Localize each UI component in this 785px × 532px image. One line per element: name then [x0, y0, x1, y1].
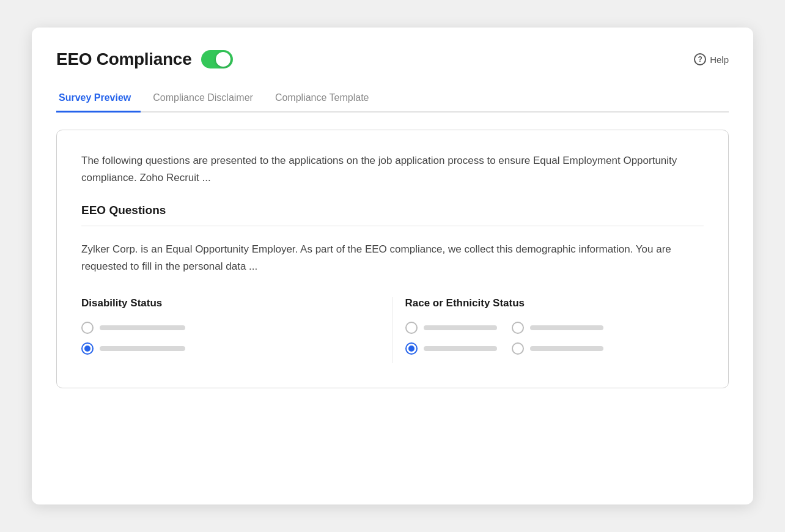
disability-radio-1[interactable] — [81, 322, 94, 334]
preview-box: The following questions are presented to… — [56, 130, 729, 388]
race-bar-1-1 — [424, 325, 497, 330]
help-button[interactable]: ? Help — [694, 53, 729, 65]
help-label: Help — [710, 54, 729, 65]
race-cols — [405, 322, 704, 363]
tab-compliance-disclaimer[interactable]: Compliance Disclaimer — [141, 86, 263, 113]
eeo-body-text: Zylker Corp. is an Equal Opportunity Emp… — [81, 241, 704, 275]
intro-text: The following questions are presented to… — [81, 152, 704, 187]
race-option-1-1 — [405, 322, 497, 334]
disability-option-2 — [81, 342, 380, 355]
tab-survey-preview[interactable]: Survey Preview — [56, 86, 141, 113]
disability-bar-1 — [100, 325, 185, 330]
race-radio-1-2[interactable] — [405, 342, 418, 355]
disability-status-title: Disability Status — [81, 297, 380, 309]
race-option-2-1 — [512, 322, 603, 334]
eeo-questions-title: EEO Questions — [81, 204, 704, 217]
disability-option-1 — [81, 322, 380, 334]
race-option-1-2 — [405, 342, 497, 355]
header-left: EEO Compliance — [56, 50, 233, 69]
eeo-toggle[interactable] — [201, 50, 233, 68]
race-bar-2-2 — [530, 346, 603, 351]
race-sub-col-1 — [405, 322, 497, 363]
race-radio-1-1[interactable] — [405, 322, 418, 334]
race-sub-col-2 — [512, 322, 603, 363]
toggle-knob — [216, 52, 230, 67]
race-option-2-2 — [512, 342, 603, 355]
section-divider — [81, 226, 704, 226]
tabs-row: Survey Preview Compliance Disclaimer Com… — [56, 86, 729, 113]
disability-status-col: Disability Status — [81, 297, 392, 363]
tab-compliance-template[interactable]: Compliance Template — [263, 86, 379, 113]
race-radio-inner-1-2 — [408, 345, 415, 352]
page-title: EEO Compliance — [56, 50, 191, 69]
disability-radio-2[interactable] — [81, 342, 94, 355]
race-bar-1-2 — [424, 346, 497, 351]
questions-columns: Disability Status Race or Ethnicity S — [81, 297, 704, 363]
main-card: EEO Compliance ? Help Survey Preview Com… — [32, 28, 753, 504]
race-radio-2-1[interactable] — [512, 322, 524, 334]
page-container: EEO Compliance ? Help Survey Preview Com… — [0, 0, 785, 532]
help-icon: ? — [694, 53, 706, 65]
race-bar-2-1 — [530, 325, 603, 330]
disability-radio-inner-2 — [84, 345, 90, 352]
header-row: EEO Compliance ? Help — [56, 50, 729, 69]
race-ethnicity-col: Race or Ethnicity Status — [392, 297, 704, 363]
race-ethnicity-title: Race or Ethnicity Status — [405, 297, 704, 309]
race-radio-2-2[interactable] — [512, 342, 524, 355]
disability-bar-2 — [100, 346, 185, 351]
